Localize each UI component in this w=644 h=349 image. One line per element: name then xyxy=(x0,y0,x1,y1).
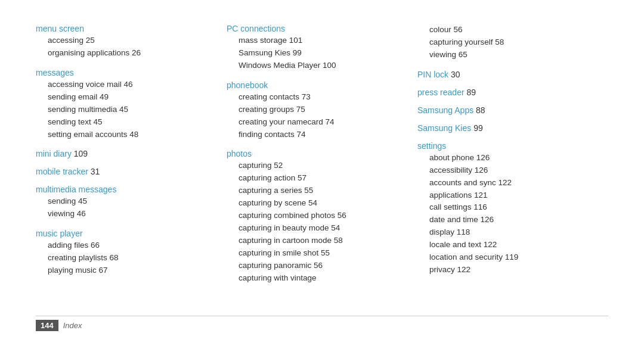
page-num: 74 xyxy=(326,117,335,126)
section-press-reader: press reader 89 xyxy=(417,88,596,97)
section-heading-pin-lock: PIN lock 30 xyxy=(417,70,596,79)
section-heading-music-player: music player xyxy=(36,229,215,238)
item-capturing-yourself: capturing yourself 58 xyxy=(417,36,596,49)
item-capturing: capturing 52 xyxy=(227,160,405,172)
item-capturing-panoramic: capturing panoramic 56 xyxy=(227,260,405,272)
index-columns: menu screen accessing 25 organising appl… xyxy=(36,24,608,310)
item-capturing-by-scene: capturing by scene 54 xyxy=(227,197,405,210)
page-num: 122 xyxy=(484,240,497,249)
section-heading-samsung-apps: Samsung Apps 88 xyxy=(417,105,596,115)
page-num: 56 xyxy=(314,261,323,270)
column-2: PC connections mass storage 101 Samsung … xyxy=(227,24,417,310)
mobile-tracker-page: 31 xyxy=(91,167,100,176)
page-num: 122 xyxy=(499,178,512,187)
section-heading-multimedia-messages: multimedia messages xyxy=(36,185,215,194)
section-messages: messages accessing voice mail 46 sending… xyxy=(36,68,215,141)
footer-label: Index xyxy=(63,321,82,330)
item-location-and-security: location and security 119 xyxy=(417,251,596,264)
section-heading-messages: messages xyxy=(36,68,215,77)
item-sending-email: sending email 49 xyxy=(36,91,215,104)
section-heading-photos: photos xyxy=(227,149,405,158)
mini-diary-page: 109 xyxy=(74,149,88,158)
page-num: 118 xyxy=(457,228,470,236)
page-num: 67 xyxy=(99,266,108,275)
item-creating-playlists: creating playlists 68 xyxy=(36,252,215,264)
item-setting-email-accounts: setting email accounts 48 xyxy=(36,129,215,141)
section-heading-press-reader: press reader 89 xyxy=(417,88,596,97)
item-windows-media-player: Windows Media Player 100 xyxy=(227,60,405,72)
page-num: 56 xyxy=(338,211,346,220)
page-num: 126 xyxy=(481,215,494,224)
page-num: 45 xyxy=(78,197,87,205)
section-phonebook: phonebook creating contacts 73 creating … xyxy=(227,80,405,141)
item-finding-contacts: finding contacts 74 xyxy=(227,129,405,141)
item-organising-applications: organising applications 26 xyxy=(36,47,215,60)
page-num: 122 xyxy=(457,265,471,274)
page: menu screen accessing 25 organising appl… xyxy=(0,0,644,349)
page-num: 26 xyxy=(132,48,141,57)
section-heading-phonebook: phonebook xyxy=(227,80,405,90)
page-num: 46 xyxy=(124,80,133,89)
item-adding-files: adding files 66 xyxy=(36,239,215,252)
item-call-settings: call settings 116 xyxy=(417,201,596,214)
item-mass-storage: mass storage 101 xyxy=(227,35,405,47)
page-num: 126 xyxy=(475,166,488,174)
page-num: 66 xyxy=(91,241,100,250)
section-samsung-kies: Samsung Kies 99 xyxy=(417,123,596,133)
page-num: 55 xyxy=(321,248,330,257)
page-num: 56 xyxy=(454,25,463,34)
press-reader-page: 89 xyxy=(466,88,476,97)
section-photos: photos capturing 52 capturing action 57 … xyxy=(227,149,405,284)
item-viewing: viewing 65 xyxy=(417,49,596,61)
page-footer: 144 Index xyxy=(36,316,608,331)
item-privacy: privacy 122 xyxy=(417,264,596,276)
item-sending-multimedia: sending multimedia 45 xyxy=(36,104,215,116)
item-samsung-kies: Samsung Kies 99 xyxy=(227,47,405,60)
item-capturing-in-beauty-mode: capturing in beauty mode 54 xyxy=(227,222,405,235)
page-num: 45 xyxy=(94,117,103,126)
pin-lock-page: 30 xyxy=(451,70,460,79)
column-3: colour 56 capturing yourself 58 viewing … xyxy=(417,24,608,310)
page-num: 101 xyxy=(289,36,303,45)
item-playing-music: playing music 67 xyxy=(36,264,215,277)
page-num: 54 xyxy=(308,198,317,207)
page-num: 73 xyxy=(302,92,311,101)
item-sending-text: sending text 45 xyxy=(36,116,215,129)
page-num: 45 xyxy=(119,105,128,114)
page-num: 54 xyxy=(331,223,340,232)
column-1: menu screen accessing 25 organising appl… xyxy=(36,24,227,310)
item-capturing-in-cartoon-mode: capturing in cartoon mode 58 xyxy=(227,235,405,247)
page-num: 65 xyxy=(459,50,467,59)
item-colour: colour 56 xyxy=(417,24,596,36)
page-num: 100 xyxy=(323,61,336,70)
item-viewing: viewing 46 xyxy=(36,208,215,220)
samsung-apps-page: 88 xyxy=(476,105,485,115)
item-applications: applications 121 xyxy=(417,189,596,202)
item-sending: sending 45 xyxy=(36,195,215,208)
samsung-kies-page: 99 xyxy=(473,123,483,133)
item-display: display 118 xyxy=(417,226,596,239)
page-num: 121 xyxy=(474,191,488,200)
section-mobile-tracker: mobile tracker 31 xyxy=(36,167,215,176)
section-menu-screen: menu screen accessing 25 organising appl… xyxy=(36,24,215,60)
section-pin-lock: PIN lock 30 xyxy=(417,70,596,79)
page-num: 74 xyxy=(297,130,306,139)
section-samsung-apps: Samsung Apps 88 xyxy=(417,105,596,115)
item-locale-and-text: locale and text 122 xyxy=(417,239,596,251)
page-num: 49 xyxy=(100,92,109,101)
item-accessing-voice-mail: accessing voice mail 46 xyxy=(36,79,215,91)
item-date-and-time: date and time 126 xyxy=(417,214,596,226)
item-capturing-action: capturing action 57 xyxy=(227,172,405,185)
item-about-phone: about phone 126 xyxy=(417,152,596,164)
page-num: 25 xyxy=(86,36,95,45)
item-capturing-with-vintage: capturing with vintage xyxy=(227,272,405,285)
section-music-player: music player adding files 66 creating pl… xyxy=(36,229,215,277)
page-num: 57 xyxy=(298,173,306,182)
item-creating-contacts: creating contacts 73 xyxy=(227,91,405,104)
section-heading-mini-diary: mini diary 109 xyxy=(36,149,215,158)
item-accessibility: accessibility 126 xyxy=(417,164,596,177)
item-accessing: accessing 25 xyxy=(36,35,215,47)
page-num: 46 xyxy=(77,209,86,218)
page-num: 55 xyxy=(304,186,313,195)
item-accounts-and-sync: accounts and sync 122 xyxy=(417,177,596,189)
